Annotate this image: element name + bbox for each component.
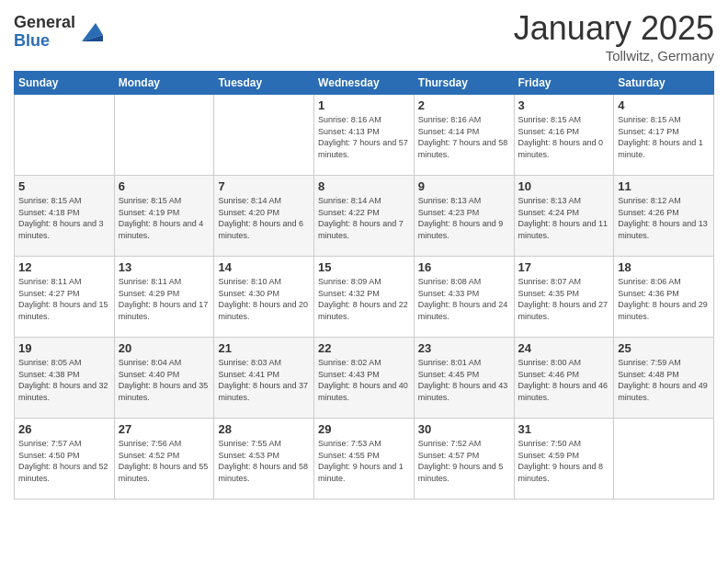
- table-row: 27Sunrise: 7:56 AM Sunset: 4:52 PM Dayli…: [114, 419, 214, 500]
- day-number: 29: [318, 422, 410, 436]
- cell-info: Sunrise: 8:06 AM Sunset: 4:36 PM Dayligh…: [618, 276, 710, 322]
- day-number: 26: [18, 422, 110, 436]
- day-number: 6: [119, 179, 210, 193]
- calendar-table: Sunday Monday Tuesday Wednesday Thursday…: [14, 71, 714, 500]
- table-row: 6Sunrise: 8:15 AM Sunset: 4:19 PM Daylig…: [114, 176, 214, 257]
- cell-info: Sunrise: 8:05 AM Sunset: 4:38 PM Dayligh…: [18, 357, 110, 403]
- table-row: 8Sunrise: 8:14 AM Sunset: 4:22 PM Daylig…: [314, 176, 415, 257]
- table-row: 17Sunrise: 8:07 AM Sunset: 4:35 PM Dayli…: [514, 257, 614, 338]
- day-number: 14: [218, 260, 310, 274]
- cell-info: Sunrise: 8:12 AM Sunset: 4:26 PM Dayligh…: [618, 195, 710, 241]
- cell-info: Sunrise: 8:11 AM Sunset: 4:27 PM Dayligh…: [18, 276, 110, 322]
- day-number: 10: [518, 179, 610, 193]
- table-row: 22Sunrise: 8:02 AM Sunset: 4:43 PM Dayli…: [314, 338, 415, 419]
- table-row: 5Sunrise: 8:15 AM Sunset: 4:18 PM Daylig…: [15, 176, 115, 257]
- cell-info: Sunrise: 7:55 AM Sunset: 4:53 PM Dayligh…: [218, 438, 310, 484]
- cell-info: Sunrise: 8:15 AM Sunset: 4:17 PM Dayligh…: [618, 114, 710, 160]
- day-number: 31: [518, 422, 610, 436]
- table-row: 20Sunrise: 8:04 AM Sunset: 4:40 PM Dayli…: [114, 338, 214, 419]
- header-sunday: Sunday: [15, 72, 115, 95]
- day-number: 23: [418, 341, 510, 355]
- cell-info: Sunrise: 8:16 AM Sunset: 4:14 PM Dayligh…: [418, 114, 510, 160]
- day-number: 2: [418, 98, 510, 112]
- day-number: 3: [518, 98, 610, 112]
- table-row: [214, 95, 314, 176]
- table-row: 26Sunrise: 7:57 AM Sunset: 4:50 PM Dayli…: [15, 419, 115, 500]
- day-number: 13: [119, 260, 210, 274]
- table-row: 19Sunrise: 8:05 AM Sunset: 4:38 PM Dayli…: [15, 338, 115, 419]
- table-row: 3Sunrise: 8:15 AM Sunset: 4:16 PM Daylig…: [514, 95, 614, 176]
- cell-info: Sunrise: 8:08 AM Sunset: 4:33 PM Dayligh…: [418, 276, 510, 322]
- day-number: 17: [518, 260, 610, 274]
- logo: General Blue: [14, 14, 105, 51]
- table-row: 23Sunrise: 8:01 AM Sunset: 4:45 PM Dayli…: [414, 338, 514, 419]
- cell-info: Sunrise: 8:10 AM Sunset: 4:30 PM Dayligh…: [218, 276, 310, 322]
- day-number: 18: [618, 260, 710, 274]
- logo-general-text: General: [14, 14, 75, 32]
- cell-info: Sunrise: 8:13 AM Sunset: 4:24 PM Dayligh…: [518, 195, 610, 241]
- day-number: 20: [119, 341, 210, 355]
- cell-info: Sunrise: 8:04 AM Sunset: 4:40 PM Dayligh…: [119, 357, 210, 403]
- day-number: 11: [618, 179, 710, 193]
- cell-info: Sunrise: 8:01 AM Sunset: 4:45 PM Dayligh…: [418, 357, 510, 403]
- table-row: 31Sunrise: 7:50 AM Sunset: 4:59 PM Dayli…: [514, 419, 614, 500]
- cell-info: Sunrise: 7:53 AM Sunset: 4:55 PM Dayligh…: [318, 438, 410, 484]
- header-saturday: Saturday: [614, 72, 714, 95]
- day-number: 24: [518, 341, 610, 355]
- cell-info: Sunrise: 8:09 AM Sunset: 4:32 PM Dayligh…: [318, 276, 410, 322]
- cell-info: Sunrise: 7:57 AM Sunset: 4:50 PM Dayligh…: [18, 438, 110, 484]
- location-title: Tollwitz, Germany: [514, 48, 714, 63]
- header-wednesday: Wednesday: [314, 72, 415, 95]
- day-number: 27: [119, 422, 210, 436]
- table-row: 18Sunrise: 8:06 AM Sunset: 4:36 PM Dayli…: [614, 257, 714, 338]
- day-number: 12: [18, 260, 110, 274]
- day-number: 9: [418, 179, 510, 193]
- table-row: 12Sunrise: 8:11 AM Sunset: 4:27 PM Dayli…: [15, 257, 115, 338]
- logo-blue-text: Blue: [14, 32, 75, 51]
- day-number: 4: [618, 98, 710, 112]
- header-friday: Friday: [514, 72, 614, 95]
- day-number: 15: [318, 260, 410, 274]
- day-number: 7: [218, 179, 310, 193]
- cell-info: Sunrise: 8:13 AM Sunset: 4:23 PM Dayligh…: [418, 195, 510, 241]
- day-number: 16: [418, 260, 510, 274]
- table-row: 10Sunrise: 8:13 AM Sunset: 4:24 PM Dayli…: [514, 176, 614, 257]
- cell-info: Sunrise: 8:15 AM Sunset: 4:16 PM Dayligh…: [518, 114, 610, 160]
- table-row: 1Sunrise: 8:16 AM Sunset: 4:13 PM Daylig…: [314, 95, 415, 176]
- header-thursday: Thursday: [414, 72, 514, 95]
- table-row: 11Sunrise: 8:12 AM Sunset: 4:26 PM Dayli…: [614, 176, 714, 257]
- day-number: 30: [418, 422, 510, 436]
- day-number: 8: [318, 179, 410, 193]
- table-row: 28Sunrise: 7:55 AM Sunset: 4:53 PM Dayli…: [214, 419, 314, 500]
- cell-info: Sunrise: 8:11 AM Sunset: 4:29 PM Dayligh…: [119, 276, 210, 322]
- cell-info: Sunrise: 8:16 AM Sunset: 4:13 PM Dayligh…: [318, 114, 410, 160]
- month-title: January 2025: [514, 9, 714, 48]
- day-number: 28: [218, 422, 310, 436]
- cell-info: Sunrise: 8:02 AM Sunset: 4:43 PM Dayligh…: [318, 357, 410, 403]
- cell-info: Sunrise: 8:14 AM Sunset: 4:22 PM Dayligh…: [318, 195, 410, 241]
- day-number: 21: [218, 341, 310, 355]
- table-row: 30Sunrise: 7:52 AM Sunset: 4:57 PM Dayli…: [414, 419, 514, 500]
- header-monday: Monday: [114, 72, 214, 95]
- cell-info: Sunrise: 8:07 AM Sunset: 4:35 PM Dayligh…: [518, 276, 610, 322]
- cell-info: Sunrise: 8:15 AM Sunset: 4:19 PM Dayligh…: [119, 195, 210, 241]
- title-block: January 2025 Tollwitz, Germany: [514, 9, 714, 63]
- day-number: 5: [18, 179, 110, 193]
- table-row: 15Sunrise: 8:09 AM Sunset: 4:32 PM Dayli…: [314, 257, 415, 338]
- day-number: 19: [18, 341, 110, 355]
- table-row: 29Sunrise: 7:53 AM Sunset: 4:55 PM Dayli…: [314, 419, 415, 500]
- day-number: 22: [318, 341, 410, 355]
- table-row: 9Sunrise: 8:13 AM Sunset: 4:23 PM Daylig…: [414, 176, 514, 257]
- day-number: 25: [618, 341, 710, 355]
- table-row: 21Sunrise: 8:03 AM Sunset: 4:41 PM Dayli…: [214, 338, 314, 419]
- cell-info: Sunrise: 8:03 AM Sunset: 4:41 PM Dayligh…: [218, 357, 310, 403]
- table-row: 7Sunrise: 8:14 AM Sunset: 4:20 PM Daylig…: [214, 176, 314, 257]
- table-row: 13Sunrise: 8:11 AM Sunset: 4:29 PM Dayli…: [114, 257, 214, 338]
- cell-info: Sunrise: 7:52 AM Sunset: 4:57 PM Dayligh…: [418, 438, 510, 484]
- cell-info: Sunrise: 7:56 AM Sunset: 4:52 PM Dayligh…: [119, 438, 210, 484]
- logo-icon: [77, 18, 105, 46]
- table-row: [15, 95, 115, 176]
- cell-info: Sunrise: 8:00 AM Sunset: 4:46 PM Dayligh…: [518, 357, 610, 403]
- calendar-header: Sunday Monday Tuesday Wednesday Thursday…: [15, 72, 714, 95]
- table-row: 25Sunrise: 7:59 AM Sunset: 4:48 PM Dayli…: [614, 338, 714, 419]
